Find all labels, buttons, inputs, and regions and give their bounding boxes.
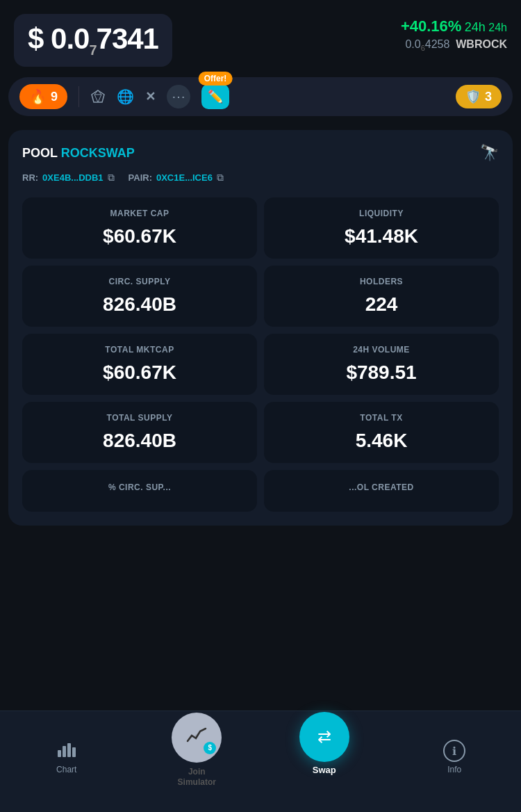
fire-button[interactable]: 🔥 9: [19, 84, 67, 109]
stat-value: 5.46K: [356, 430, 408, 452]
shield-icon: 🛡️: [465, 89, 481, 104]
shield-count: 3: [485, 90, 492, 104]
fire-icon: 🔥: [29, 88, 47, 105]
rr-copy-icon[interactable]: ⧉: [108, 172, 115, 184]
stat-label: TOTAL SUPPLY: [107, 413, 173, 423]
stat-value: 826.40B: [103, 430, 176, 452]
stat-card: TOTAL SUPPLY 826.40B: [22, 402, 257, 463]
info-label: Info: [447, 765, 461, 774]
globe-icon[interactable]: 🌐: [117, 88, 134, 105]
stat-label: MARKET CAP: [110, 209, 169, 218]
pair-label: PAIR:: [129, 172, 152, 183]
fire-count: 9: [51, 90, 58, 104]
toolbar-icons: 🌐 ✕ ⋯ Offer! ✏️: [90, 84, 229, 109]
pair-address-group: PAIR: 0XC1E...ICE6 ⧉: [129, 172, 224, 184]
toolbar: 🔥 9 🌐 ✕ ⋯ Offer! ✏️: [8, 77, 513, 116]
chart-icon: [57, 740, 76, 762]
price-decimal: 7341: [97, 22, 158, 55]
swap-wrapper: ⇄ Swap: [299, 712, 349, 775]
pool-addresses: RR: 0XE4B...DDB1 ⧉ PAIR: 0XC1E...ICE6 ⧉: [22, 172, 499, 184]
price-box: $ 0.077341: [14, 14, 172, 67]
stat-label: 24H VOLUME: [353, 345, 410, 355]
stat-card: CIRC. SUPPLY 826.40B: [22, 266, 257, 327]
price-display: $ 0.077341: [28, 22, 158, 58]
stat-card: 24H VOLUME $789.51: [264, 334, 499, 395]
swap-button[interactable]: ⇄: [299, 712, 349, 762]
stat-value: $60.67K: [103, 362, 176, 384]
stat-card: HOLDERS 224: [264, 266, 499, 327]
stat-label: HOLDERS: [360, 277, 403, 286]
stat-value: $60.67K: [103, 225, 176, 247]
header: $ 0.077341 +40.16% 24h 24h 0.064258 WBRO…: [0, 0, 521, 77]
bottom-nav: Chart $ JoinSimulator ⇄ Swap ℹ Info: [0, 710, 521, 812]
x-icon[interactable]: ✕: [145, 89, 156, 104]
stat-card: LIQUIDITY $41.48K: [264, 197, 499, 259]
toolbar-divider: [78, 86, 79, 107]
partial-stat-circ-label: % CIRC. SUP...: [108, 482, 171, 492]
price-subscript: 7: [89, 42, 96, 58]
stat-value: $789.51: [346, 362, 416, 384]
stat-value: 224: [365, 293, 398, 316]
svg-rect-5: [63, 746, 66, 757]
simulator-label: JoinSimulator: [178, 767, 216, 788]
partial-stat-created: ...OL CREATED: [264, 470, 499, 512]
shield-button[interactable]: 🛡️ 3: [456, 85, 502, 108]
stat-label: CIRC. SUPPLY: [109, 277, 171, 286]
svg-marker-0: [92, 90, 104, 102]
info-icon: ℹ: [443, 740, 465, 762]
wbrock-price: 0.064258 WBROCK: [401, 38, 507, 52]
pool-card: POOL ROCKSWAP 🔭 RR: 0XE4B...DDB1 ⧉ PAIR:…: [8, 130, 513, 526]
price-value: $ 0.0: [28, 22, 89, 55]
stat-label: TOTAL TX: [360, 413, 402, 423]
more-icon[interactable]: ⋯: [167, 85, 190, 108]
rr-value: 0XE4B...DDB1: [42, 172, 103, 183]
offer-wrapper: Offer! ✏️: [201, 84, 229, 109]
swap-icon: ⇄: [317, 727, 331, 747]
rr-address-group: RR: 0XE4B...DDB1 ⧉: [22, 172, 115, 184]
svg-rect-7: [72, 747, 76, 757]
simulator-button[interactable]: $: [172, 713, 222, 763]
svg-rect-4: [58, 750, 61, 757]
pair-copy-icon[interactable]: ⧉: [217, 172, 224, 184]
pool-name: ROCKSWAP: [61, 146, 135, 160]
pool-title: POOL ROCKSWAP: [22, 146, 135, 161]
stat-label: LIQUIDITY: [359, 209, 404, 218]
period-label: 24h: [488, 22, 507, 33]
pool-label: POOL: [22, 146, 61, 160]
price-change: +40.16% 24h 24h: [401, 17, 507, 35]
stat-card: MARKET CAP $60.67K: [22, 197, 257, 259]
gem-icon[interactable]: [90, 89, 106, 104]
offer-badge[interactable]: Offer!: [199, 72, 233, 86]
partial-stat-circ: % CIRC. SUP...: [22, 470, 257, 512]
partial-stat-created-label: ...OL CREATED: [349, 482, 413, 492]
pool-header: POOL ROCKSWAP 🔭: [22, 144, 499, 162]
dollar-badge: $: [204, 742, 216, 754]
stat-label: TOTAL MKTCAP: [105, 345, 174, 355]
svg-rect-6: [67, 743, 71, 757]
edit-icon: ✏️: [208, 89, 223, 104]
stat-value: 826.40B: [103, 293, 176, 316]
stats-grid: MARKET CAP $60.67K LIQUIDITY $41.48K CIR…: [22, 197, 499, 463]
price-right: +40.16% 24h 24h 0.064258 WBROCK: [401, 14, 507, 52]
swap-label: Swap: [313, 765, 336, 775]
stat-value: $41.48K: [345, 225, 418, 247]
toolbar-left: 🔥 9 🌐 ✕ ⋯ Offer! ✏️: [19, 84, 450, 109]
binoculars-icon[interactable]: 🔭: [480, 144, 499, 162]
pair-value: 0XC1E...ICE6: [156, 172, 213, 183]
stat-card: TOTAL TX 5.46K: [264, 402, 499, 463]
rr-label: RR:: [22, 172, 38, 183]
svg-line-2: [94, 95, 98, 102]
simulator-wrapper: $ JoinSimulator: [172, 713, 222, 788]
partial-stats: % CIRC. SUP... ...OL CREATED: [22, 470, 499, 512]
offer-button[interactable]: ✏️: [201, 84, 229, 109]
nav-chart[interactable]: Chart: [39, 740, 94, 774]
chart-label: Chart: [56, 765, 76, 774]
svg-line-3: [98, 95, 101, 102]
nav-info[interactable]: ℹ Info: [427, 740, 482, 774]
stat-card: TOTAL MKTCAP $60.67K: [22, 334, 257, 395]
